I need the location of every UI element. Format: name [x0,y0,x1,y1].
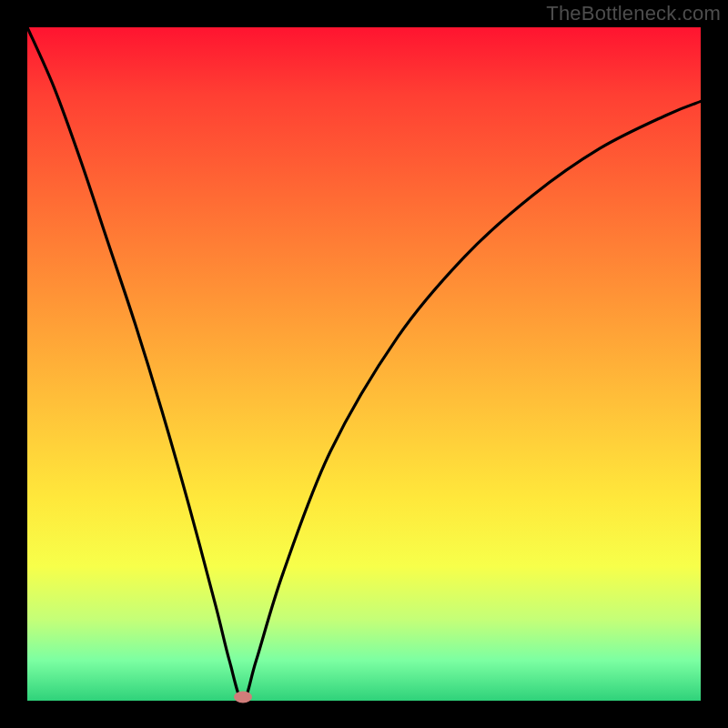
optimum-marker [234,692,252,703]
curve-svg [27,27,701,701]
chart-container: TheBottleneck.com [0,0,728,728]
bottleneck-curve [27,27,701,701]
plot-area [27,27,701,701]
watermark-text: TheBottleneck.com [546,2,721,25]
